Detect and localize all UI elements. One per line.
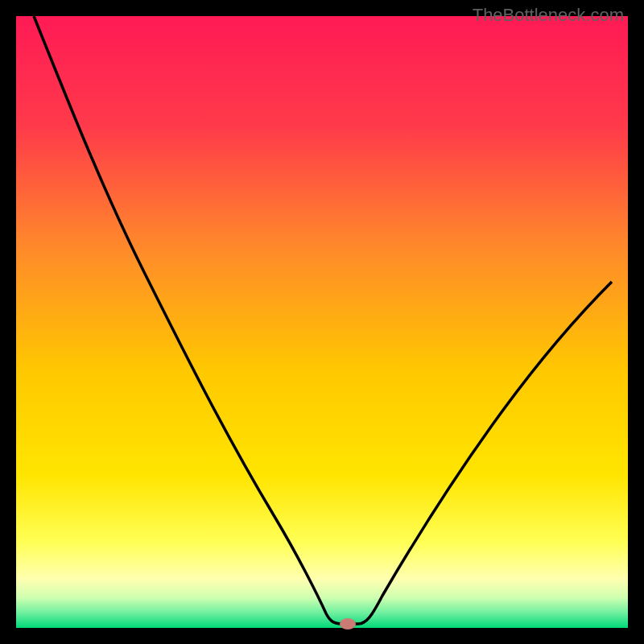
plot-background [16,16,628,628]
minimum-marker [340,618,356,630]
chart-svg [0,0,644,644]
bottleneck-chart: TheBottleneck.com [0,0,644,644]
watermark-text: TheBottleneck.com [473,5,624,26]
